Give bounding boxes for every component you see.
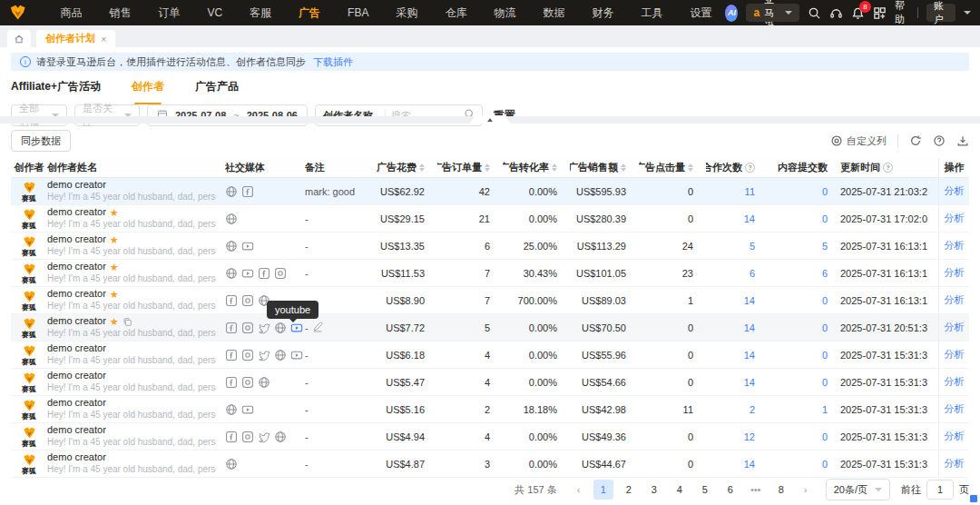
analyze-link[interactable]: 分析 — [945, 321, 965, 334]
instagram-icon[interactable] — [241, 431, 254, 443]
instagram-icon[interactable] — [241, 294, 254, 307]
nav-item-销售[interactable]: 销售 — [95, 0, 144, 25]
help-link[interactable]: 帮助 — [895, 0, 909, 26]
table-row[interactable]: 赛狐demo creator★Hey! I'm a 45 year old hu… — [11, 287, 969, 314]
creator-name[interactable]: demo creator — [47, 342, 106, 355]
ai-assistant-button[interactable]: AI — [725, 5, 738, 22]
nav-item-商品[interactable]: 商品 — [46, 0, 95, 25]
star-icon[interactable]: ★ — [110, 208, 119, 218]
table-row[interactable]: 赛狐demo creatorHey! I'm a 45 year old hus… — [11, 178, 969, 205]
analyze-link[interactable]: 分析 — [945, 266, 965, 280]
creator-name[interactable]: demo creator — [47, 179, 106, 192]
section-tab-Affiliate+广告活动[interactable]: Affiliate+广告活动 — [11, 79, 101, 101]
table-row[interactable]: 赛狐demo creatorHey! I'm a 45 year old hus… — [11, 369, 969, 396]
table-row[interactable]: 赛狐demo creatorHey! I'm a 45 year old hus… — [11, 342, 969, 369]
instagram-icon[interactable] — [241, 349, 254, 361]
youtube-icon[interactable] — [241, 267, 254, 280]
next-page-icon[interactable]: › — [797, 484, 815, 495]
page-size-select[interactable]: 20条/页 — [826, 479, 890, 500]
saihu-fox-logo-icon[interactable] — [9, 3, 26, 23]
twitter-icon[interactable] — [258, 431, 270, 443]
facebook-icon[interactable] — [225, 376, 238, 389]
creator-name[interactable]: demo creator — [47, 370, 106, 382]
cooperation-count-link[interactable]: 14 — [706, 205, 768, 232]
download-plugin-link[interactable]: 下载插件 — [313, 55, 353, 69]
search-icon[interactable] — [808, 5, 821, 20]
table-row[interactable]: 赛狐demo creator★Hey! I'm a 45 year old hu… — [11, 233, 969, 260]
cooperation-count-link[interactable]: 2 — [706, 396, 768, 422]
content-submissions-link[interactable]: 0 — [768, 342, 840, 368]
star-icon[interactable]: ★ — [110, 290, 119, 300]
cooperation-count-link[interactable]: 6 — [706, 260, 768, 286]
tab-creator-plan[interactable]: 创作者计划 × — [36, 30, 115, 47]
facebook-icon[interactable] — [225, 431, 238, 443]
content-submissions-link[interactable]: 0 — [768, 423, 840, 450]
instagram-icon[interactable] — [274, 267, 287, 280]
collapse-filters-handle[interactable] — [469, 115, 511, 124]
page-button-5[interactable]: 5 — [695, 480, 715, 500]
cooperation-count-link[interactable]: 5 — [706, 233, 768, 259]
cooperation-count-link[interactable]: 14 — [706, 287, 768, 313]
facebook-icon[interactable] — [225, 322, 238, 334]
sort-icon[interactable] — [419, 163, 425, 172]
content-submissions-link[interactable]: 0 — [768, 314, 840, 341]
content-submissions-link[interactable]: 5 — [768, 233, 840, 259]
youtube-icon[interactable] — [241, 240, 254, 252]
globe-icon[interactable] — [225, 185, 238, 198]
nav-item-广告[interactable]: 广告 — [285, 0, 334, 25]
youtube-icon[interactable] — [290, 322, 303, 334]
sync-data-button[interactable]: 同步数据 — [11, 130, 71, 152]
cooperation-count-link[interactable]: 14 — [706, 314, 768, 341]
star-icon[interactable]: ★ — [110, 235, 119, 245]
youtube-icon[interactable] — [290, 349, 303, 361]
globe-icon[interactable] — [274, 349, 287, 361]
content-submissions-link[interactable]: 0 — [768, 287, 840, 313]
creator-name[interactable]: demo creator — [47, 451, 106, 464]
home-tab[interactable] — [7, 30, 31, 47]
page-button-4[interactable]: 4 — [670, 480, 690, 500]
globe-icon[interactable] — [225, 267, 238, 280]
help-circle-icon[interactable]: ? — [745, 163, 755, 173]
creator-name[interactable]: demo creator — [47, 397, 106, 410]
cooperation-count-link[interactable]: 11 — [706, 178, 768, 204]
facebook-icon[interactable] — [241, 185, 254, 198]
table-row[interactable]: 赛狐demo creatorHey! I'm a 45 year old hus… — [11, 451, 969, 478]
analyze-link[interactable]: 分析 — [945, 293, 965, 307]
star-icon[interactable]: ★ — [110, 262, 119, 272]
star-icon[interactable]: ★ — [110, 317, 119, 327]
section-tab-广告产品[interactable]: 广告产品 — [195, 79, 239, 101]
table-row[interactable]: 赛狐demo creatorHey! I'm a 45 year old hus… — [11, 423, 969, 451]
table-row[interactable]: 赛狐demo creator★Hey! I'm a 45 year old hu… — [11, 314, 969, 342]
globe-icon[interactable] — [274, 431, 287, 443]
page-button-3[interactable]: 3 — [644, 480, 664, 500]
nav-item-客服[interactable]: 客服 — [236, 0, 285, 25]
facebook-icon[interactable] — [258, 267, 270, 280]
page-button-8[interactable]: 8 — [771, 480, 791, 500]
creator-name[interactable]: demo creator — [47, 206, 106, 219]
headset-support-icon[interactable] — [829, 5, 843, 20]
globe-icon[interactable] — [258, 376, 270, 389]
creator-name[interactable]: demo creator — [47, 424, 106, 437]
content-submissions-link[interactable]: 0 — [768, 369, 840, 395]
nav-item-物流[interactable]: 物流 — [480, 0, 529, 25]
nav-item-数据[interactable]: 数据 — [529, 0, 578, 25]
sort-icon[interactable] — [485, 163, 490, 172]
nav-item-FBA[interactable]: FBA — [334, 0, 382, 25]
cooperation-count-link[interactable]: 14 — [706, 451, 768, 477]
nav-item-工具[interactable]: 工具 — [627, 0, 676, 25]
analyze-link[interactable]: 分析 — [945, 348, 965, 361]
analyze-link[interactable]: 分析 — [945, 402, 965, 416]
refresh-icon[interactable] — [909, 134, 922, 147]
creator-name[interactable]: demo creator — [47, 233, 106, 246]
globe-icon[interactable] — [225, 240, 238, 252]
account-menu[interactable]: 账户 — [926, 4, 956, 22]
nav-item-设置[interactable]: 设置 — [676, 0, 725, 25]
page-button-1[interactable]: 1 — [593, 480, 613, 500]
help-circle-icon[interactable]: ? — [883, 163, 893, 173]
globe-icon[interactable] — [225, 458, 238, 470]
analyze-link[interactable]: 分析 — [945, 184, 965, 198]
facebook-icon[interactable] — [225, 294, 238, 307]
page-button-6[interactable]: 6 — [720, 480, 740, 500]
analyze-link[interactable]: 分析 — [945, 212, 965, 225]
edit-note-icon[interactable] — [309, 322, 323, 334]
